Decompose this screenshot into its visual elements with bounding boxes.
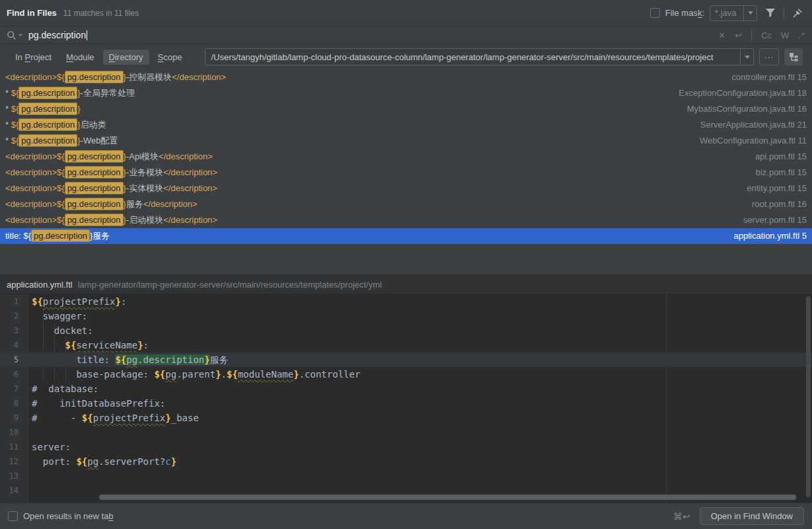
line-number: 12 [0,454,18,469]
browse-directory-button[interactable]: ... [759,48,779,65]
result-row-text: title: ${pg.description}服务 [5,228,725,244]
code-line[interactable]: 8# initDatabasePrefix: [0,396,812,411]
search-input[interactable]: pg.description [28,30,86,40]
result-row[interactable]: <description>${pg.description}-启动模块</des… [0,212,812,228]
match-summary: 11 matches in 11 files [63,9,139,18]
dialog-header: Find in Files 11 matches in 11 files Fil… [0,0,812,26]
search-options: ✕ ↩ Cc W .* [718,29,805,41]
line-code: server: [32,440,71,454]
code-line[interactable]: 2 swagger: [0,309,812,323]
file-mask-checkbox[interactable] [650,8,660,18]
line-code: title: ${pg.description}服务 [32,352,229,367]
scope-tab-scope[interactable]: Scope [152,50,188,65]
result-row[interactable]: <description>${pg.description}-业务模块</des… [0,165,812,181]
line-number: 6 [0,367,18,382]
line-code: swagger: [32,309,87,323]
search-icon[interactable] [7,30,23,40]
code-line[interactable]: 5 title: ${pg.description}服务 [0,352,812,367]
chevron-down-icon[interactable] [743,6,757,20]
scope-row: In ProjectModuleDirectoryScope /Users/ta… [0,44,812,69]
directory-path-value: /Users/tangyh/gitlab/lamp-cloud-pro-data… [205,52,740,62]
clear-search-icon[interactable]: ✕ [718,30,725,40]
pin-icon[interactable] [790,5,805,21]
line-code: ${projectPrefix}: [32,294,126,309]
line-number: 5 [0,352,18,367]
line-code: # - ${projectPrefix}_base [32,411,199,425]
result-file-reference: WebConfiguration.java.ftl 11 [700,133,807,149]
result-file-reference: api.pom.ftl 15 [755,149,807,165]
line-code: # database: [32,382,98,396]
result-file-reference: biz.pom.ftl 15 [756,165,807,181]
code-line[interactable]: 12 port: ${pg.serverPort?c} [0,454,812,469]
scope-tab-module[interactable]: Module [60,50,100,65]
line-number: 10 [0,425,18,440]
result-row-text: <description>${pg.description}-实体模块</des… [5,181,739,196]
result-row[interactable]: <description>${pg.description}服务</descri… [0,196,812,212]
match-case-toggle[interactable]: Cc [761,30,772,40]
preview-header: application.yml.ftl lamp-generator/lamp-… [0,274,812,294]
directory-path-combo[interactable]: /Users/tangyh/gitlab/lamp-cloud-pro-data… [205,48,754,65]
line-code: port: ${pg.serverPort?c} [32,454,176,469]
line-number: 9 [0,411,18,425]
file-mask-value: *.java [710,8,743,18]
line-code: # initDatabasePrefix: [32,396,165,411]
result-row-text: <description>${pg.description}-控制器模块</de… [5,69,724,85]
dialog-footer: Open results in new tab ⌘↩ Open in Find … [0,503,812,529]
result-row[interactable]: * ${pg.description}启动类ServerApplication.… [0,117,812,133]
open-in-find-window-button[interactable]: Open in Find Window [700,507,804,525]
shortcut-hint: ⌘↩ [673,511,690,522]
project-structure-toggle[interactable] [784,48,803,65]
result-row[interactable]: * ${pg.description}MybatisConfiguration.… [0,101,812,117]
line-number: 8 [0,396,18,411]
footer-actions: ⌘↩ Open in Find Window [673,507,804,525]
file-mask-label: File mask: [665,8,704,18]
result-row-text: <description>${pg.description}-Api模块</de… [5,149,747,165]
search-row: pg.description ✕ ↩ Cc W .* [0,26,812,44]
scope-tab-directory[interactable]: Directory [103,50,149,65]
file-mask-combo[interactable]: *.java [710,5,757,21]
code-line[interactable]: 13 [0,469,812,483]
result-row[interactable]: title: ${pg.description}服务application.ym… [0,228,812,244]
editor-preview[interactable]: 1${projectPrefix}:2 swagger:3 docket:4 $… [0,294,812,503]
insert-newline-icon[interactable]: ↩ [735,30,742,40]
line-number: 13 [0,469,18,483]
code-lines: 1${projectPrefix}:2 swagger:3 docket:4 $… [0,294,812,498]
line-number: 2 [0,309,18,323]
result-file-reference: ExceptionConfiguration.java.ftl 18 [679,85,807,101]
open-results-checkbox[interactable] [8,511,18,521]
options-separator [751,29,752,41]
code-line[interactable]: 1${projectPrefix}: [0,294,812,309]
preview-file-name: application.yml.ftl [7,280,73,290]
code-line[interactable]: 3 docket: [0,323,812,338]
vertical-scrollbar[interactable] [806,296,811,497]
line-code: base-package: ${pg.parent}.${moduleName}… [32,367,360,382]
line-number: 11 [0,440,18,454]
filter-icon[interactable] [762,5,778,21]
result-row-text: * ${pg.description}-Web配置 [5,133,692,149]
regex-toggle[interactable]: .* [798,30,805,40]
result-row-text: <description>${pg.description}-业务模块</des… [5,165,748,181]
scope-tab-in-project[interactable]: In Project [9,50,57,65]
result-row[interactable]: <description>${pg.description}-控制器模块</de… [0,69,812,85]
whole-words-toggle[interactable]: W [781,30,789,40]
code-line[interactable]: 6 base-package: ${pg.parent}.${moduleNam… [0,367,812,382]
code-line[interactable]: 4 ${serviceName}: [0,338,812,352]
result-row[interactable]: * ${pg.description}-Web配置WebConfiguratio… [0,133,812,149]
result-row-text: <description>${pg.description}-启动模块</des… [5,212,735,228]
result-file-reference: root.pom.ftl 16 [752,196,807,212]
line-number: 4 [0,338,18,352]
code-line[interactable]: 10 [0,425,812,440]
code-line[interactable]: 7# database: [0,382,812,396]
result-row[interactable]: <description>${pg.description}-实体模块</des… [0,181,812,196]
result-row-text: * ${pg.description}-全局异常处理 [5,85,671,101]
result-row-text: * ${pg.description}启动类 [5,117,692,133]
result-row[interactable]: <description>${pg.description}-Api模块</de… [0,149,812,165]
result-row[interactable]: * ${pg.description}-全局异常处理ExceptionConfi… [0,85,812,101]
horizontal-scrollbar[interactable] [99,495,796,500]
line-number: 14 [0,483,18,498]
result-file-reference: ServerApplication.java.ftl 21 [700,117,807,133]
code-line[interactable]: 9# - ${projectPrefix}_base [0,411,812,425]
results-list: <description>${pg.description}-控制器模块</de… [0,69,812,274]
chevron-down-icon[interactable] [740,49,753,65]
code-line[interactable]: 11server: [0,440,812,454]
